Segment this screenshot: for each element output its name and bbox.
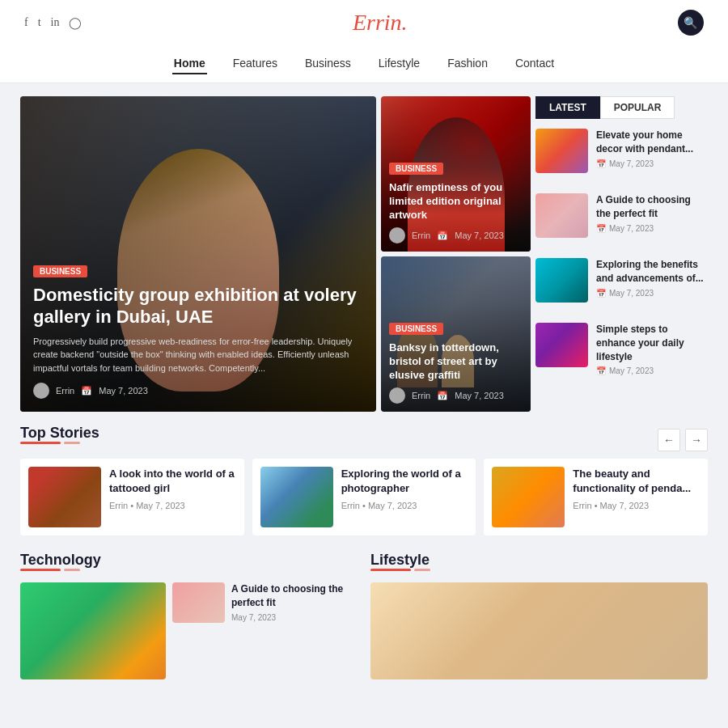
sidebar-cal-2: 📅 (596, 224, 606, 233)
tech-main-image[interactable] (20, 582, 166, 679)
sidebar-text-4: Simple steps to enhance your daily lifes… (596, 323, 708, 375)
sidebar-cal-4: 📅 (596, 366, 606, 375)
featured-badge: BUSINESS (33, 265, 87, 277)
nav-business[interactable]: Business (303, 53, 353, 74)
linkedin-icon[interactable]: in (51, 16, 60, 30)
sidebar-title-2: A Guide to choosing the perfect fit (596, 193, 708, 221)
mid-article-1[interactable]: BUSINESS Nafir emptiness of you limited … (381, 96, 531, 252)
sidebar-item-3[interactable]: Exploring the benefits and advancements … (535, 258, 708, 313)
tech-side-title: A Guide to choosing the perfect fit (231, 582, 358, 610)
mid-content-2: BUSINESS Banksy in totterdown, bristol o… (381, 314, 531, 412)
mid-date-2: May 7, 2023 (455, 391, 504, 400)
mid-meta-2: Errin 📅 May 7, 2023 (389, 387, 523, 404)
sidebar-item-2[interactable]: A Guide to choosing the perfect fit 📅 Ma… (535, 193, 708, 248)
story-card-3[interactable]: The beauty and functionality of penda...… (484, 459, 708, 535)
featured-main-article[interactable]: BUSINESS Domesticity group exhibition at… (20, 96, 376, 412)
header-top: f t in ◯ Errin. 🔍 (0, 0, 728, 45)
prev-arrow[interactable]: ← (658, 429, 680, 451)
tech-side-text: A Guide to choosing the perfect fit May … (231, 582, 358, 623)
story-meta-2: Errin • May 7, 2023 (341, 501, 468, 510)
story-content-2: Exploring the world of a photographer Er… (341, 467, 468, 510)
article-date: May 7, 2023 (99, 386, 148, 396)
mid-content-1: BUSINESS Nafir emptiness of you limited … (381, 154, 531, 252)
sidebar-cal-3: 📅 (596, 289, 606, 298)
mid-author-2: Errin (412, 391, 430, 400)
tech-side-article[interactable]: A Guide to choosing the perfect fit May … (172, 582, 358, 623)
nav-fashion[interactable]: Fashion (446, 53, 489, 74)
story-title-2: Exploring the world of a photographer (341, 467, 468, 496)
story-title-3: The beauty and functionality of penda... (573, 467, 700, 496)
nav-arrows: ← → (658, 429, 708, 451)
story-card-1[interactable]: A look into the world of a tattooed girl… (20, 459, 244, 535)
mid-badge-2: BUSINESS (389, 323, 443, 335)
search-button[interactable]: 🔍 (678, 10, 704, 36)
story-content-1: A look into the world of a tattooed girl… (109, 467, 236, 510)
calendar-icon: 📅 (81, 386, 92, 396)
sidebar-thumb-2 (535, 193, 588, 238)
sidebar-tab-latest[interactable]: LATEST (535, 96, 600, 119)
sidebar-title-1: Elevate your home decor with pendant... (596, 129, 708, 156)
technology-underline (20, 569, 61, 571)
header: f t in ◯ Errin. 🔍 Home Features Business… (0, 0, 728, 83)
section-header-top-stories: Top Stories ← → (20, 425, 708, 455)
stories-grid: A look into the world of a tattooed girl… (20, 459, 708, 535)
sidebar-date-2: 📅 May 7, 2023 (596, 224, 708, 233)
sidebar-text-3: Exploring the benefits and advancements … (596, 258, 708, 303)
featured-desc: Progressively build progressive web-read… (33, 335, 363, 375)
sidebar-title-3: Exploring the benefits and advancements … (596, 258, 708, 286)
nav: Home Features Business Lifestyle Fashion… (0, 45, 728, 83)
logo-text: Errin (353, 10, 402, 35)
mid-badge-1: BUSINESS (389, 163, 443, 175)
sidebar-date-1: 📅 May 7, 2023 (596, 159, 708, 168)
author-name: Errin (56, 386, 74, 396)
technology-title: Technology (20, 552, 358, 569)
facebook-icon[interactable]: f (24, 16, 28, 30)
lifestyle-underline (370, 569, 411, 571)
story-content-3: The beauty and functionality of penda...… (573, 467, 700, 510)
mid-avatar-1 (389, 227, 405, 243)
sidebar-item-4[interactable]: Simple steps to enhance your daily lifes… (535, 323, 708, 385)
story-card-2[interactable]: Exploring the world of a photographer Er… (252, 459, 476, 535)
lifestyle-image[interactable] (370, 582, 708, 679)
sidebar-thumb-1 (535, 129, 588, 173)
sidebar-thumb-4 (535, 323, 588, 367)
story-title-1: A look into the world of a tattooed girl (109, 467, 236, 496)
social-icons: f t in ◯ (24, 16, 82, 30)
tech-side-date: May 7, 2023 (231, 613, 358, 622)
mid-article-2[interactable]: BUSINESS Banksy in totterdown, bristol o… (381, 256, 531, 412)
tech-grid: A Guide to choosing the perfect fit May … (20, 582, 358, 679)
sidebar-title-4: Simple steps to enhance your daily lifes… (596, 323, 708, 363)
lifestyle-section: Lifestyle (370, 552, 708, 679)
mid-cal-icon-1: 📅 (437, 231, 448, 241)
sidebar-cal-1: 📅 (596, 159, 606, 168)
next-arrow[interactable]: → (685, 429, 708, 451)
sidebar-text-2: A Guide to choosing the perfect fit 📅 Ma… (596, 193, 708, 238)
sidebar-date-3: 📅 May 7, 2023 (596, 289, 708, 298)
nav-features[interactable]: Features (231, 53, 279, 74)
featured-meta: Errin 📅 May 7, 2023 (33, 383, 363, 399)
instagram-icon[interactable]: ◯ (69, 16, 82, 30)
logo-dot: . (402, 10, 408, 35)
story-thumb-2 (260, 467, 333, 527)
sidebar: LATEST POPULAR Elevate your home decor w… (535, 96, 708, 412)
mid-date-1: May 7, 2023 (455, 231, 504, 240)
nav-home[interactable]: Home (172, 53, 207, 74)
twitter-icon[interactable]: t (38, 16, 41, 30)
tech-side-thumb (172, 582, 225, 623)
logo: Errin. (353, 10, 408, 36)
section-title-top-stories: Top Stories (20, 425, 99, 455)
top-stories-section: Top Stories ← → A look into the world of… (20, 425, 708, 535)
mid-title-2: Banksy in totterdown, bristol of street … (389, 341, 523, 383)
author-avatar (33, 383, 49, 399)
mid-meta-1: Errin 📅 May 7, 2023 (389, 227, 523, 243)
technology-section: Technology A Guide to choosing the perfe… (20, 552, 358, 679)
sidebar-item-1[interactable]: Elevate your home decor with pendant... … (535, 129, 708, 184)
featured-content: BUSINESS Domesticity group exhibition at… (20, 252, 376, 413)
lifestyle-title: Lifestyle (370, 552, 708, 569)
bottom-sections: Technology A Guide to choosing the perfe… (20, 552, 708, 679)
mid-title-1: Nafir emptiness of you limited edition o… (389, 181, 523, 222)
nav-contact[interactable]: Contact (514, 53, 556, 74)
main-content: BUSINESS Domesticity group exhibition at… (0, 83, 728, 692)
sidebar-tab-popular[interactable]: POPULAR (600, 96, 675, 119)
nav-lifestyle[interactable]: Lifestyle (377, 53, 421, 74)
